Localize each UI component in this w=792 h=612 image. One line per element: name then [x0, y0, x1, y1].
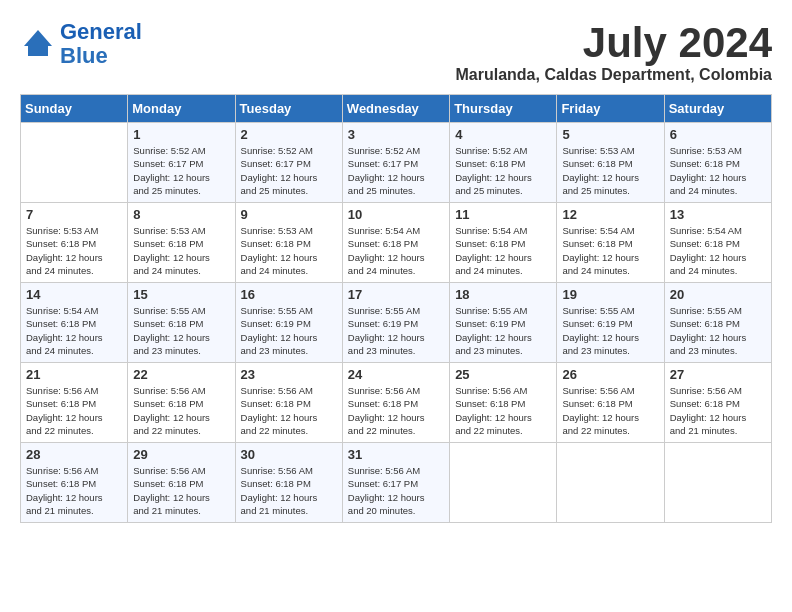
day-info: Sunrise: 5:56 AM Sunset: 6:18 PM Dayligh…	[26, 464, 122, 517]
day-cell: 16Sunrise: 5:55 AM Sunset: 6:19 PM Dayli…	[235, 283, 342, 363]
header-row: SundayMondayTuesdayWednesdayThursdayFrid…	[21, 95, 772, 123]
svg-rect-1	[28, 46, 48, 56]
week-row-1: 1Sunrise: 5:52 AM Sunset: 6:17 PM Daylig…	[21, 123, 772, 203]
day-info: Sunrise: 5:56 AM Sunset: 6:18 PM Dayligh…	[133, 384, 229, 437]
day-cell: 9Sunrise: 5:53 AM Sunset: 6:18 PM Daylig…	[235, 203, 342, 283]
day-number: 14	[26, 287, 122, 302]
week-row-2: 7Sunrise: 5:53 AM Sunset: 6:18 PM Daylig…	[21, 203, 772, 283]
day-number: 28	[26, 447, 122, 462]
day-info: Sunrise: 5:55 AM Sunset: 6:19 PM Dayligh…	[562, 304, 658, 357]
week-row-3: 14Sunrise: 5:54 AM Sunset: 6:18 PM Dayli…	[21, 283, 772, 363]
day-header-saturday: Saturday	[664, 95, 771, 123]
day-info: Sunrise: 5:55 AM Sunset: 6:19 PM Dayligh…	[455, 304, 551, 357]
day-number: 11	[455, 207, 551, 222]
day-number: 24	[348, 367, 444, 382]
day-number: 5	[562, 127, 658, 142]
day-cell: 18Sunrise: 5:55 AM Sunset: 6:19 PM Dayli…	[450, 283, 557, 363]
day-number: 30	[241, 447, 337, 462]
day-cell: 22Sunrise: 5:56 AM Sunset: 6:18 PM Dayli…	[128, 363, 235, 443]
day-info: Sunrise: 5:56 AM Sunset: 6:18 PM Dayligh…	[133, 464, 229, 517]
day-info: Sunrise: 5:55 AM Sunset: 6:18 PM Dayligh…	[133, 304, 229, 357]
day-info: Sunrise: 5:56 AM Sunset: 6:18 PM Dayligh…	[455, 384, 551, 437]
month-year: July 2024	[455, 20, 772, 66]
day-info: Sunrise: 5:56 AM Sunset: 6:17 PM Dayligh…	[348, 464, 444, 517]
day-cell: 7Sunrise: 5:53 AM Sunset: 6:18 PM Daylig…	[21, 203, 128, 283]
day-number: 6	[670, 127, 766, 142]
page-header: General Blue July 2024 Marulanda, Caldas…	[20, 20, 772, 84]
day-info: Sunrise: 5:55 AM Sunset: 6:19 PM Dayligh…	[241, 304, 337, 357]
day-cell	[557, 443, 664, 523]
day-number: 7	[26, 207, 122, 222]
day-info: Sunrise: 5:52 AM Sunset: 6:18 PM Dayligh…	[455, 144, 551, 197]
day-info: Sunrise: 5:52 AM Sunset: 6:17 PM Dayligh…	[348, 144, 444, 197]
day-number: 12	[562, 207, 658, 222]
day-cell	[450, 443, 557, 523]
day-cell: 12Sunrise: 5:54 AM Sunset: 6:18 PM Dayli…	[557, 203, 664, 283]
day-info: Sunrise: 5:56 AM Sunset: 6:18 PM Dayligh…	[562, 384, 658, 437]
day-cell: 30Sunrise: 5:56 AM Sunset: 6:18 PM Dayli…	[235, 443, 342, 523]
day-number: 15	[133, 287, 229, 302]
day-number: 13	[670, 207, 766, 222]
location: Marulanda, Caldas Department, Colombia	[455, 66, 772, 84]
day-cell: 26Sunrise: 5:56 AM Sunset: 6:18 PM Dayli…	[557, 363, 664, 443]
day-number: 3	[348, 127, 444, 142]
day-header-friday: Friday	[557, 95, 664, 123]
day-number: 29	[133, 447, 229, 462]
day-header-sunday: Sunday	[21, 95, 128, 123]
day-cell: 2Sunrise: 5:52 AM Sunset: 6:17 PM Daylig…	[235, 123, 342, 203]
day-info: Sunrise: 5:56 AM Sunset: 6:18 PM Dayligh…	[348, 384, 444, 437]
logo-text: General Blue	[60, 20, 142, 68]
day-info: Sunrise: 5:54 AM Sunset: 6:18 PM Dayligh…	[670, 224, 766, 277]
day-number: 23	[241, 367, 337, 382]
day-cell: 25Sunrise: 5:56 AM Sunset: 6:18 PM Dayli…	[450, 363, 557, 443]
day-cell: 10Sunrise: 5:54 AM Sunset: 6:18 PM Dayli…	[342, 203, 449, 283]
logo: General Blue	[20, 20, 142, 68]
day-number: 31	[348, 447, 444, 462]
day-info: Sunrise: 5:54 AM Sunset: 6:18 PM Dayligh…	[348, 224, 444, 277]
day-info: Sunrise: 5:53 AM Sunset: 6:18 PM Dayligh…	[241, 224, 337, 277]
day-number: 17	[348, 287, 444, 302]
day-number: 26	[562, 367, 658, 382]
svg-marker-0	[24, 30, 52, 46]
day-number: 25	[455, 367, 551, 382]
day-info: Sunrise: 5:53 AM Sunset: 6:18 PM Dayligh…	[26, 224, 122, 277]
day-cell: 19Sunrise: 5:55 AM Sunset: 6:19 PM Dayli…	[557, 283, 664, 363]
day-number: 10	[348, 207, 444, 222]
day-number: 8	[133, 207, 229, 222]
day-info: Sunrise: 5:53 AM Sunset: 6:18 PM Dayligh…	[670, 144, 766, 197]
day-cell: 6Sunrise: 5:53 AM Sunset: 6:18 PM Daylig…	[664, 123, 771, 203]
day-cell: 4Sunrise: 5:52 AM Sunset: 6:18 PM Daylig…	[450, 123, 557, 203]
day-cell	[21, 123, 128, 203]
day-number: 2	[241, 127, 337, 142]
day-cell: 23Sunrise: 5:56 AM Sunset: 6:18 PM Dayli…	[235, 363, 342, 443]
day-number: 16	[241, 287, 337, 302]
day-cell: 20Sunrise: 5:55 AM Sunset: 6:18 PM Dayli…	[664, 283, 771, 363]
day-cell: 27Sunrise: 5:56 AM Sunset: 6:18 PM Dayli…	[664, 363, 771, 443]
day-cell: 13Sunrise: 5:54 AM Sunset: 6:18 PM Dayli…	[664, 203, 771, 283]
day-header-tuesday: Tuesday	[235, 95, 342, 123]
day-info: Sunrise: 5:53 AM Sunset: 6:18 PM Dayligh…	[133, 224, 229, 277]
day-cell: 15Sunrise: 5:55 AM Sunset: 6:18 PM Dayli…	[128, 283, 235, 363]
day-cell: 8Sunrise: 5:53 AM Sunset: 6:18 PM Daylig…	[128, 203, 235, 283]
week-row-5: 28Sunrise: 5:56 AM Sunset: 6:18 PM Dayli…	[21, 443, 772, 523]
title-block: July 2024 Marulanda, Caldas Department, …	[455, 20, 772, 84]
day-cell: 3Sunrise: 5:52 AM Sunset: 6:17 PM Daylig…	[342, 123, 449, 203]
day-cell: 1Sunrise: 5:52 AM Sunset: 6:17 PM Daylig…	[128, 123, 235, 203]
day-cell: 5Sunrise: 5:53 AM Sunset: 6:18 PM Daylig…	[557, 123, 664, 203]
day-number: 22	[133, 367, 229, 382]
day-number: 1	[133, 127, 229, 142]
day-info: Sunrise: 5:53 AM Sunset: 6:18 PM Dayligh…	[562, 144, 658, 197]
day-cell	[664, 443, 771, 523]
day-info: Sunrise: 5:54 AM Sunset: 6:18 PM Dayligh…	[562, 224, 658, 277]
day-number: 4	[455, 127, 551, 142]
day-number: 9	[241, 207, 337, 222]
day-cell: 11Sunrise: 5:54 AM Sunset: 6:18 PM Dayli…	[450, 203, 557, 283]
day-cell: 29Sunrise: 5:56 AM Sunset: 6:18 PM Dayli…	[128, 443, 235, 523]
day-cell: 28Sunrise: 5:56 AM Sunset: 6:18 PM Dayli…	[21, 443, 128, 523]
day-cell: 21Sunrise: 5:56 AM Sunset: 6:18 PM Dayli…	[21, 363, 128, 443]
day-info: Sunrise: 5:56 AM Sunset: 6:18 PM Dayligh…	[241, 384, 337, 437]
week-row-4: 21Sunrise: 5:56 AM Sunset: 6:18 PM Dayli…	[21, 363, 772, 443]
day-info: Sunrise: 5:56 AM Sunset: 6:18 PM Dayligh…	[241, 464, 337, 517]
day-number: 19	[562, 287, 658, 302]
day-info: Sunrise: 5:52 AM Sunset: 6:17 PM Dayligh…	[133, 144, 229, 197]
